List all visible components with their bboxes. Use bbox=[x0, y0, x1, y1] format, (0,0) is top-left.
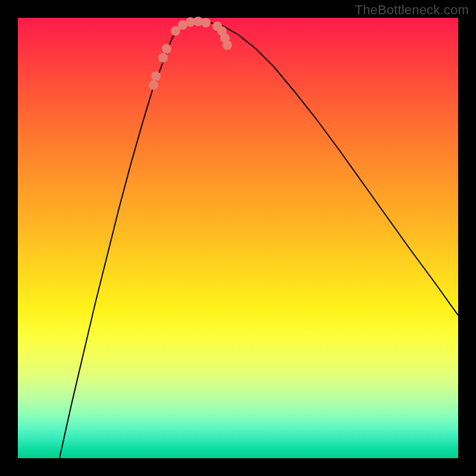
highlight-dot bbox=[223, 40, 232, 50]
plot-area bbox=[18, 18, 458, 458]
highlight-dots bbox=[149, 17, 232, 90]
highlight-dot bbox=[149, 80, 158, 90]
highlight-dot bbox=[158, 53, 168, 62]
highlight-dot bbox=[201, 18, 211, 27]
curve-svg bbox=[18, 18, 458, 458]
bottleneck-curve bbox=[60, 21, 458, 458]
watermark-text: TheBottleneck.com bbox=[355, 2, 469, 18]
highlight-dot bbox=[162, 44, 171, 54]
chart-frame: TheBottleneck.com bbox=[0, 0, 476, 476]
highlight-dot bbox=[151, 71, 161, 81]
